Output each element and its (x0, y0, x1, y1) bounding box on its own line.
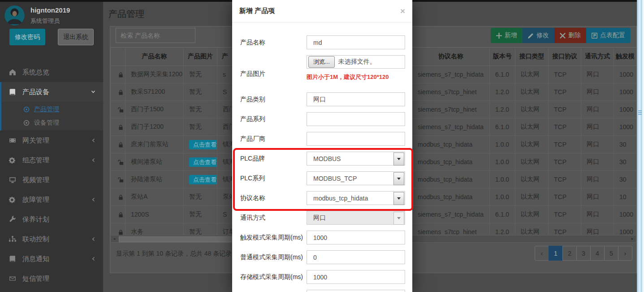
protocol-name-select[interactable]: modbus_tcp_hidata (307, 191, 405, 205)
interface-protocol-cell: TCP (554, 141, 566, 148)
no-file-text: 未选择文件。 (338, 58, 376, 66)
version-cell: 6.1.0 (495, 123, 509, 131)
sidebar-item-configuration-management[interactable]: 组态管理 (0, 150, 103, 170)
interface-protocol-cell: TCP (554, 158, 566, 166)
comm-mode-select: 网口 (307, 211, 405, 225)
product-image-cell[interactable]: 点击查看 (189, 140, 217, 149)
sidebar-item-linkage-control[interactable]: 联动控制 (0, 229, 103, 249)
product-category-field[interactable] (307, 92, 405, 106)
trigger-mode-cell: 1000 (619, 228, 633, 235)
plc-series-select[interactable]: MODBUS_TCP (307, 171, 405, 185)
logout-button[interactable]: 退出系统 (58, 29, 94, 45)
product-vendor-label: 产品厂商 (240, 135, 307, 143)
plc-series-label: PLC系列 (240, 174, 307, 183)
sidebar-item-product-management[interactable]: 产品管理 (1, 103, 103, 116)
product-name-label: 产品名称 (240, 39, 307, 47)
trigger-mode-cell: 30 (619, 141, 627, 148)
sidebar-item-product-device[interactable]: 产品设备 (0, 82, 103, 102)
storage-cycle-label: 存储模式采集周期(ms) (240, 273, 307, 281)
pagination-page[interactable]: 5 (604, 246, 618, 261)
change-password-button[interactable]: 修改密码 (9, 29, 45, 45)
comm-mode-cell: 网口 (587, 175, 599, 183)
product-name-cell: 西门子1200 (131, 123, 164, 130)
wrench-icon (9, 216, 16, 223)
extra-field[interactable] (307, 290, 405, 292)
scrollbar-grip-icon[interactable] (638, 110, 642, 116)
scroll-left-arrow-icon[interactable]: ◂ (111, 236, 117, 242)
interface-protocol-cell: TCP (554, 193, 566, 200)
header-protocol-name: 协议名称 (412, 48, 490, 66)
comm-mode-cell: 网口 (587, 140, 599, 148)
scroll-right-arrow-icon[interactable]: ▸ (629, 236, 635, 242)
sidebar-menu: 系统总览 产品设备 产品管理 设备管理 (0, 62, 103, 288)
dropdown-arrow-icon[interactable] (393, 172, 404, 185)
product-name-field[interactable] (307, 35, 405, 49)
sidebar-item-device-management[interactable]: 设备管理 (1, 116, 103, 130)
gears-icon (9, 196, 16, 203)
search-input[interactable] (116, 28, 195, 43)
header-comm-mode: 通讯方式 (581, 48, 614, 66)
comm-mode-cell: 网口 (587, 70, 599, 78)
product-series-field[interactable] (307, 112, 405, 126)
product-name-cell: 数据网关采集1200 (131, 70, 182, 78)
pagination-next[interactable]: › (618, 246, 632, 261)
product-image-cell: 暂无 (189, 70, 202, 78)
trigger-mode-cell: 1000 (619, 123, 633, 131)
trigger-mode-cell: 1000 (619, 211, 633, 218)
product-image-cell: 暂无 (189, 228, 202, 235)
sidebar-item-message-notification[interactable]: 消息通知 (0, 249, 103, 269)
dropdown-arrow-icon[interactable] (393, 153, 404, 166)
sidebar-item-sms-management[interactable]: 短信管理 (0, 269, 103, 288)
normal-cycle-field[interactable] (307, 250, 405, 264)
point-table-config-button[interactable]: 点表配置 (586, 28, 631, 43)
pagination-page[interactable]: 1 (549, 246, 563, 261)
protocol-name-cell: siemens_s7_tcp_hidata (418, 211, 484, 218)
page-vertical-scrollbar[interactable] (637, 0, 642, 292)
interface-protocol-cell: TCP (554, 228, 566, 235)
trigger-cycle-field[interactable] (307, 231, 405, 244)
product-image-cell: 暂无 (189, 210, 202, 218)
interface-type-cell: 以太网 (521, 123, 540, 130)
pagination-prev[interactable]: ‹ (535, 246, 549, 261)
sidebar-item-gateway-management[interactable]: 网关管理 (0, 131, 103, 150)
product-image-label: 产品图片 (240, 70, 307, 78)
header-interface-type: 接口类型 (515, 48, 549, 66)
sidebar-item-maintenance-plan[interactable]: 保养计划 (0, 209, 103, 229)
dropdown-arrow-icon[interactable] (393, 192, 404, 205)
product-image-cell[interactable]: 点击查看 (189, 175, 217, 184)
pagination-page[interactable]: 4 (590, 246, 605, 261)
book-icon (9, 255, 16, 262)
edit-button[interactable]: 修改 (523, 28, 554, 43)
protocol-name-cell: modbus_tcp_hidata (418, 158, 472, 166)
close-icon[interactable]: × (400, 7, 405, 15)
header-lock (111, 48, 125, 66)
sidebar-item-fault-management[interactable]: 故障管理 (0, 190, 103, 209)
interface-type-cell: 以太网 (521, 228, 540, 235)
delete-button[interactable]: 删除 (554, 28, 586, 43)
trigger-mode-cell: 1000 (619, 106, 633, 113)
pagination-page[interactable]: 2 (562, 246, 577, 261)
user-panel: hignton2019 系统管理员 (0, 4, 103, 27)
product-name-cell: 西门子1500 (131, 105, 164, 113)
browse-button[interactable]: 浏览... (308, 56, 335, 68)
interface-protocol-cell: TCP (554, 211, 566, 218)
plc-brand-select[interactable]: MODBUS (307, 152, 405, 166)
product-name-cell: 数采S71200 (131, 88, 165, 95)
product-image-file-field[interactable]: 浏览... 未选择文件。 (307, 55, 405, 69)
product-vendor-field[interactable] (307, 132, 405, 146)
header-version: 版本号 (490, 48, 515, 66)
add-button[interactable]: 新增 (491, 28, 523, 43)
interface-type-cell: 以太网 (521, 210, 540, 218)
pagination-page[interactable]: 3 (576, 246, 591, 261)
product-col3-cell: S (223, 211, 227, 218)
header-product-name: 产品名称 (125, 48, 184, 66)
sidebar-item-video-management[interactable]: 视频管理 (0, 170, 103, 190)
toolbar: 新增 修改 删除 点表配置 (491, 28, 631, 43)
sidebar-item-system-overview[interactable]: 系统总览 (0, 62, 103, 82)
chevron-left-icon (91, 137, 96, 142)
version-cell: 1.0.0 (495, 141, 509, 148)
product-image-cell[interactable]: 点击查看 (189, 157, 217, 167)
lock-icon (118, 228, 124, 235)
storage-cycle-field[interactable] (307, 270, 405, 284)
protocol-name-cell: siemens_s7tcp_hinet (418, 106, 477, 113)
